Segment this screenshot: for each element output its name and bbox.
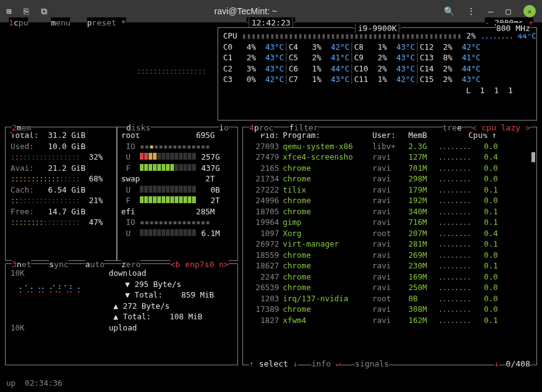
proc-row[interactable]: 18559chromeravi269M........0.0 [243,250,536,261]
proc-row[interactable]: 18705chromeravi340M........0.1 [243,206,536,217]
proc-row[interactable]: 1827xfwm4ravi162M........0.1 [243,315,536,326]
clock: 12:42:23 [252,18,291,27]
footer-signals[interactable]: signals [355,359,389,368]
disk-swap-name: swap [121,174,140,183]
proc-row[interactable]: 26539chromeravi250M........0.0 [243,282,536,293]
disk-root-size: 695G [196,130,214,140]
close-icon[interactable]: ✕ [523,5,536,17]
mem-used-val: 10.0 GiB [48,142,85,151]
net-down-total: ▼ Total: 859 MiB [125,290,214,299]
mem-avai-pct: 68% [89,174,103,183]
mem-used-label: Used: [11,142,34,151]
net-up-rate: ▲ 272 Byte/s [114,301,170,311]
add-terminal-icon[interactable]: ⎘ [24,6,29,17]
proc-row[interactable]: 21734chromeravi298M........0.0 [243,173,536,185]
terminal: 1cpu menu preset * ┤12:42:23├ - 2000ms +… [0,22,542,392]
proc-row[interactable]: 17389chromeravi308M........0.0 [243,304,536,315]
mem-free-label: Free: [11,207,34,216]
disk-root-used: 257G [201,152,220,162]
mem-cach-pct: 21% [89,196,103,205]
new-tab-icon[interactable]: ⊞ [6,6,11,17]
hdr-memb[interactable]: MemB [408,130,439,141]
net-upload-label: upload [109,323,137,332]
proc-row[interactable]: 27093qemu-system-x86libv+2.3G........0.0 [243,141,536,152]
proc-row[interactable]: 24996chromeravi192M........0.0 [243,195,536,206]
proc-row[interactable]: 27222tilixravi179M........0.1 [243,185,536,196]
footer-select[interactable]: select [259,359,288,368]
proc-row[interactable]: 2165chromeravi701M........0.0 [243,163,536,174]
footer-count: 0/408 [506,359,530,368]
cpu-overall-pct: 2% [466,31,475,40]
mem-avai-label: Avai: [11,163,34,173]
mem-free-pct: 47% [89,217,103,227]
disk-root-free: 437G [201,163,220,173]
proc-sort[interactable]: < cpu lazy > [472,123,530,132]
menu-icon[interactable]: ⋮ [467,6,475,16]
search-icon[interactable]: 🔍 [444,6,454,16]
disk-efi-io: 6.1M [201,229,220,238]
net-interface: <b enp7s0 n> [170,260,229,269]
net-up-total: ▲ Total: 108 MiB [114,312,203,321]
load-label: L 1 1 1 [466,86,513,95]
hdr-user[interactable]: User: [372,130,408,141]
split-icon[interactable]: ⧉ [41,6,47,17]
disk-swap-used: 0B [211,185,220,194]
proc-row[interactable]: 1097Xorgroot207M........0.4 [243,228,536,239]
cpu-name: i9-9900K [358,24,397,33]
proc-row[interactable]: 18627chromeravi230M........0.1 [243,260,536,271]
disk-efi-size: 285M [196,207,214,216]
mem-used-pct: 32% [89,152,103,162]
mem-total-val: 31.2 GiB [48,130,85,140]
minimize-icon[interactable]: — [488,6,493,16]
super-1: 1 [9,18,14,27]
proc-panel: 4proc filter tree < cpu lazy > Pid: Prog… [242,127,537,365]
disk-swap-free: 2T [211,196,220,205]
proc-row[interactable]: 1203irq/137-nvidiaroot0B........0.0 [243,293,536,304]
disk-efi-name: efi [121,207,136,216]
proc-row[interactable]: 27479xfce4-screenshoravi127M........0.4 [243,152,536,163]
proc-row[interactable]: 19964gimpravi716M........0.1 [243,217,536,228]
net-panel: 3net sync auto zero <b enp7s0 n> 10K dow… [5,263,238,365]
window-title: ravi@TecMint: ~ [57,6,434,16]
mem-cach-val: 6.54 GiB [48,185,85,194]
scroll-indicator[interactable] [531,152,535,162]
mem-avai-val: 21.2 GiB [48,163,85,173]
disk-panel: disks io root 695G IO ▪▪▪▪▪▪▪▪▪▪▪▪▪▪▪ U … [117,127,238,261]
proc-row[interactable]: 26972virt-managerravi281M........0.1 [243,239,536,250]
mem-cach-label: Cach: [11,185,34,194]
cpu-cores-panel: ┤i9-9900K├ 800 MHz CPU ▮▮▮▮▮▮▮▮▮▮▮▮▮▮▮▮▮… [218,27,537,121]
mem-panel: 2mem Total: 31.2 GiB Used: 10.0 GiB ::::… [5,127,117,261]
uptime: up 02:34:36 [6,378,62,389]
footer-info[interactable]: info [311,359,331,368]
net-scale-bot: 10K [11,323,25,332]
mem-free-val: 14.7 GiB [48,207,85,216]
disk-swap-size: 2T [205,174,214,183]
maximize-icon[interactable]: ▢ [506,6,511,16]
net-down-rate: ▼ 295 Byte/s [125,280,181,289]
proc-row[interactable]: 2247chromeravi169M........0.0 [243,271,536,283]
cpu-freq: 800 MHz [496,24,530,33]
